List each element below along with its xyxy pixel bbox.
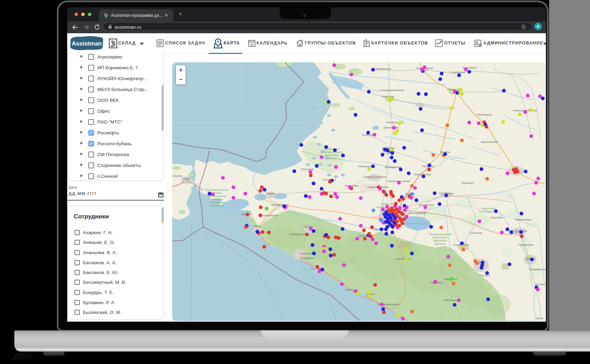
svg-text:Фастовецкая: Фастовецкая (477, 113, 492, 116)
svg-text:Медведовская: Медведовская (385, 166, 401, 169)
svg-text:государственный: государственный (321, 150, 343, 154)
svg-text:Темрюк: Темрюк (266, 192, 275, 195)
svg-text:Багерово: Багерово (172, 175, 182, 177)
svg-text:Краснодарское вдхр.: Краснодарское вдхр. (405, 222, 429, 225)
svg-text:Калининская: Калининская (358, 165, 373, 168)
svg-text:Кабардинка: Кабардинка (301, 257, 314, 260)
svg-text:Псебай: Псебай (535, 317, 543, 320)
svg-text:Мостовской: Мостовской (535, 283, 546, 286)
svg-text:Адыгея: Адыгея (479, 274, 490, 277)
svg-text:заказник: заказник (435, 242, 446, 245)
svg-text:заказника: заказника (211, 198, 223, 201)
svg-text:Брюховецкая: Брюховецкая (384, 126, 399, 129)
svg-text:Гиагинская: Гиагинская (470, 232, 482, 234)
svg-text:Таманский: Таманский (210, 204, 224, 207)
svg-text:природный: природный (325, 154, 339, 157)
svg-text:12: 12 (250, 43, 254, 46)
svg-text:Природный: Природный (481, 207, 496, 210)
svg-text:Славянск-на-Кубани: Славянск-на-Кубани (363, 176, 386, 178)
svg-text:Анапа: Анапа (254, 225, 261, 227)
svg-text:Михайловская: Михайловская (515, 218, 531, 221)
svg-text:Владимирская: Владимирская (529, 268, 546, 271)
svg-text:Октябрьская: Октябрьская (450, 71, 465, 74)
svg-text:Родниковская: Родниковская (518, 244, 534, 246)
svg-text:заказник: заказник (326, 157, 337, 160)
svg-text:Стародеревянковская: Стародеревянковская (379, 89, 404, 92)
svg-text:Кошехабль: Кошехабль (491, 216, 503, 219)
svg-text:Нефтегорск: Нефтегорск (443, 299, 457, 302)
svg-text:Гостагаевская: Гостагаевская (261, 214, 278, 217)
svg-text:Новоминская: Новоминская (375, 68, 391, 70)
svg-text:Петровская: Петровская (301, 168, 314, 171)
svg-text:Запорожско-: Запорожско- (209, 201, 225, 204)
svg-text:Assistman: Assistman (72, 40, 102, 47)
svg-text:Государственный: Государственный (429, 233, 451, 236)
svg-text:Кавказский: Кавказский (433, 239, 447, 242)
svg-text:Ладожская: Ладожская (461, 182, 474, 184)
svg-text:Керчь: Керчь (183, 177, 190, 180)
svg-text:Государственного: Государственного (205, 188, 229, 191)
svg-text:Архангельская: Архангельская (481, 141, 498, 144)
svg-text:Архипо-: Архипо- (345, 288, 355, 291)
svg-text:природный: природный (434, 236, 448, 239)
